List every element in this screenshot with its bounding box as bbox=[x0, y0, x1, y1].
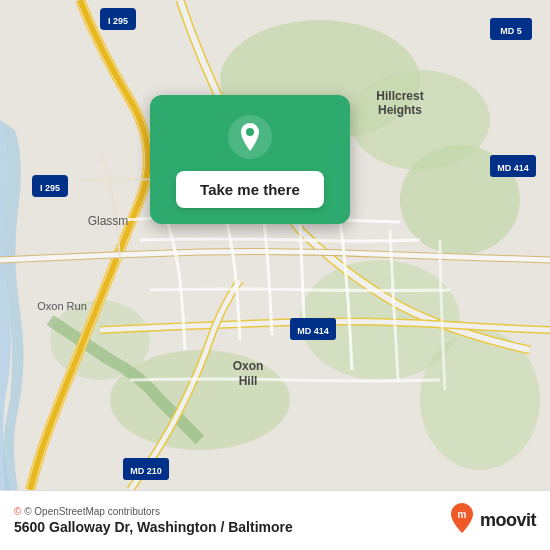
svg-text:MD 414: MD 414 bbox=[297, 326, 329, 336]
take-me-there-button[interactable]: Take me there bbox=[176, 171, 324, 208]
bottom-bar: © © OpenStreetMap contributors 5600 Gall… bbox=[0, 490, 550, 550]
location-pin-icon bbox=[228, 115, 272, 159]
moovit-logo: m moovit bbox=[448, 502, 536, 540]
svg-text:Heights: Heights bbox=[378, 103, 422, 117]
osm-attribution: © © OpenStreetMap contributors bbox=[14, 506, 293, 517]
osm-text: © OpenStreetMap contributors bbox=[24, 506, 160, 517]
map-container: I 295 I 295 MD 5 MD 414 MD 414 MD 210 Hi… bbox=[0, 0, 550, 490]
address-label: 5600 Galloway Dr, Washington / Baltimore bbox=[14, 519, 293, 535]
copyright-symbol: © bbox=[14, 506, 21, 517]
svg-text:I 295: I 295 bbox=[40, 183, 60, 193]
svg-text:Hill: Hill bbox=[239, 374, 258, 388]
address-section: © © OpenStreetMap contributors 5600 Gall… bbox=[14, 506, 293, 535]
moovit-text: moovit bbox=[480, 510, 536, 531]
svg-text:MD 210: MD 210 bbox=[130, 466, 162, 476]
svg-text:MD 414: MD 414 bbox=[497, 163, 529, 173]
svg-text:I 295: I 295 bbox=[108, 16, 128, 26]
svg-text:Oxon Run: Oxon Run bbox=[37, 300, 87, 312]
popup-card: Take me there bbox=[150, 95, 350, 224]
svg-text:Hillcrest: Hillcrest bbox=[376, 89, 423, 103]
svg-text:Glassm: Glassm bbox=[88, 214, 129, 228]
svg-text:MD 5: MD 5 bbox=[500, 26, 522, 36]
svg-point-27 bbox=[246, 128, 254, 136]
svg-text:Oxon: Oxon bbox=[233, 359, 264, 373]
svg-text:m: m bbox=[458, 509, 467, 520]
moovit-pin-icon: m bbox=[448, 502, 476, 540]
